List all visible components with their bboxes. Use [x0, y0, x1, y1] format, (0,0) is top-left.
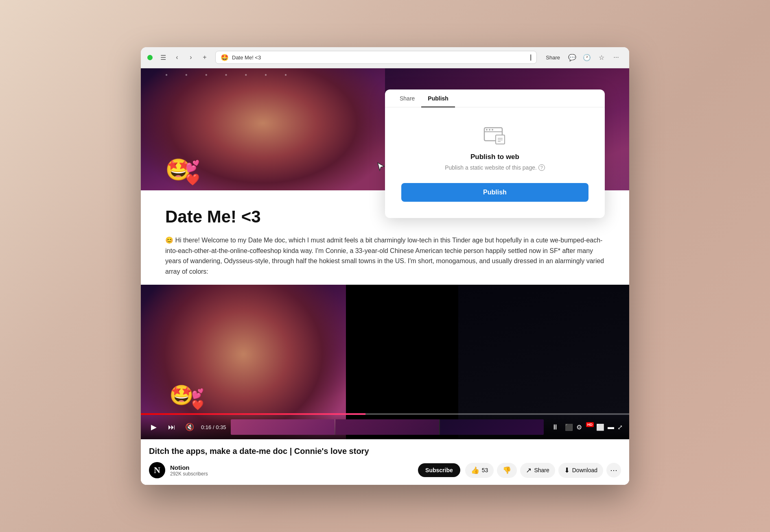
browser-window: ☰ ‹ › + 🤩 Date Me! <3 | Share 💬 🕐 ☆ ··· — [141, 47, 629, 485]
below-video-section: Ditch the apps, make a date-me doc | Con… — [141, 439, 629, 485]
video-title: Ditch the apps, make a date-me doc | Con… — [149, 446, 621, 456]
forward-button[interactable]: › — [185, 52, 197, 63]
vc-right-icons: ⏸ ⬛ ⚙ HD ⬜ ▬ ⤢ — [549, 421, 623, 434]
video-emoji-face: 🤩 — [169, 384, 194, 407]
more-actions-button[interactable]: ⋯ — [606, 463, 621, 477]
toolbar-actions: Share 💬 🕐 ☆ ··· — [542, 51, 623, 64]
download-icon: ⬇ — [564, 466, 570, 475]
dislike-button[interactable]: 👎 — [497, 463, 517, 478]
back-button[interactable]: ‹ — [171, 52, 183, 63]
thumb-3 — [440, 419, 544, 435]
popup-tabs: Share Publish — [385, 89, 605, 107]
channel-avatar: N — [149, 462, 165, 478]
vc-settings-icon[interactable]: ⚙ — [576, 423, 582, 431]
vc-miniplayer-icon[interactable]: ⬜ — [596, 423, 604, 431]
share-button[interactable]: Share — [542, 53, 564, 62]
url-separator: | — [530, 54, 532, 61]
hd-badge: HD — [586, 422, 594, 427]
svg-point-4 — [492, 129, 493, 131]
video-thumbnails-strip — [231, 419, 544, 435]
browser-content: ● ● ● ● ● ● ● 🤩 💕❤️ Date Me! <3 😊 Hi the… — [141, 68, 629, 485]
notion-logo: N — [154, 465, 160, 475]
toolbar-nav: ☰ ‹ › + — [158, 52, 210, 63]
like-button[interactable]: 👍 53 — [465, 463, 494, 478]
page-title-tab: Date Me! <3 — [232, 55, 527, 61]
channel-row: N Notion 292K subscribers Subscribe 👍 53… — [149, 462, 621, 478]
vc-fullscreen-icon[interactable]: ⤢ — [617, 423, 623, 431]
help-icon[interactable]: ? — [538, 164, 545, 171]
page-favicon: 🤩 — [221, 54, 229, 61]
video-player: 🤩 💕❤️ ▶ ⏭ 🔇 0:16 / 0:35 — [141, 285, 629, 439]
publish-icon-svg — [483, 127, 506, 145]
channel-subscribers: 292K subscribers — [170, 471, 413, 477]
like-icon: 👍 — [471, 466, 479, 475]
share-video-button[interactable]: ↗ Share — [520, 463, 555, 478]
traffic-light-green[interactable] — [147, 55, 153, 60]
new-tab-button[interactable]: + — [199, 52, 210, 63]
thumb-1 — [231, 419, 335, 435]
address-bar[interactable]: 🤩 Date Me! <3 | — [215, 51, 537, 64]
video-time: 0:16 / 0:35 — [201, 424, 226, 430]
pause-toggle[interactable]: ⏸ — [549, 421, 562, 434]
channel-name: Notion — [170, 464, 413, 471]
traffic-lights — [147, 55, 153, 60]
share-icon: ↗ — [526, 466, 532, 475]
history-icon[interactable]: 🕐 — [580, 51, 593, 64]
menu-button[interactable]: ☰ — [158, 52, 169, 63]
notion-page-text: 😊 Hi there! Welcome to my Date Me doc, w… — [165, 235, 605, 277]
share-publish-popup: Share Publish — [385, 89, 605, 218]
play-button[interactable]: ▶ — [147, 421, 160, 434]
dislike-icon: 👎 — [503, 466, 511, 475]
publish-web-icon — [483, 127, 506, 145]
publish-button[interactable]: Publish — [401, 183, 588, 202]
vc-subtitles-icon[interactable]: ⬛ — [565, 423, 573, 431]
publish-to-web-title: Publish to web — [401, 153, 588, 161]
bokeh-lights: ● ● ● ● ● ● ● — [165, 72, 295, 77]
comment-icon[interactable]: 💬 — [566, 51, 579, 64]
download-button[interactable]: ⬇ Download — [558, 463, 603, 478]
mute-button[interactable]: 🔇 — [183, 421, 196, 434]
page-emoji-inline: 😊 — [165, 237, 173, 244]
more-icon: ⋯ — [610, 466, 617, 475]
star-icon[interactable]: ☆ — [595, 51, 608, 64]
tab-publish[interactable]: Publish — [421, 89, 455, 107]
browser-toolbar: ☰ ‹ › + 🤩 Date Me! <3 | Share 💬 🕐 ☆ ··· — [141, 47, 629, 68]
svg-rect-5 — [496, 135, 505, 144]
popup-body: Publish to web Publish a static website … — [385, 107, 605, 218]
video-controls: ▶ ⏭ 🔇 0:16 / 0:35 ⏸ ⬛ ⚙ HD ⬜ ▬ — [141, 415, 629, 439]
video-emoji-hearts: 💕❤️ — [192, 388, 204, 411]
publish-subtitle: Publish a static website of this page. ? — [401, 164, 588, 171]
more-options-icon[interactable]: ··· — [610, 51, 623, 64]
share-label: Share — [534, 467, 549, 473]
thumb-2 — [335, 419, 439, 435]
next-button[interactable]: ⏭ — [165, 421, 178, 434]
download-label: Download — [572, 467, 597, 473]
svg-point-2 — [486, 129, 488, 131]
video-actions: 👍 53 👎 ↗ Share ⬇ Download — [465, 463, 621, 478]
tab-share[interactable]: Share — [393, 89, 421, 107]
channel-info: Notion 292K subscribers — [170, 464, 413, 477]
header-emoji-hearts: 💕❤️ — [186, 159, 200, 186]
like-count: 53 — [482, 467, 488, 473]
subscribe-button[interactable]: Subscribe — [418, 463, 460, 477]
svg-point-3 — [489, 129, 490, 131]
vc-theater-icon[interactable]: ▬ — [608, 423, 614, 431]
